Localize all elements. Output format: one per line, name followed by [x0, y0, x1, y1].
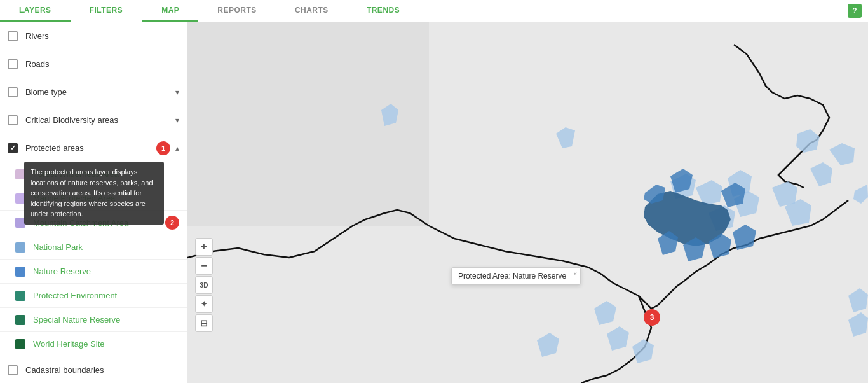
layer-item-marine-protected[interactable]: Marine Protected Area [0, 186, 187, 211]
popup-text: Protected Area: Nature Reserve [458, 272, 566, 281]
nav-help: ? [841, 0, 868, 22]
layer-item-critical-biodiversity[interactable]: Critical Biodiversity areas ▾ [0, 106, 187, 134]
view-3d-button[interactable]: 3D [195, 276, 213, 294]
zoom-in-button[interactable]: + [195, 238, 213, 256]
layer-item-roads[interactable]: Roads [0, 50, 187, 78]
sidebar-scroll[interactable]: Rivers Roads Biome type ▾ Critical Biodi… [0, 22, 187, 383]
tab-map[interactable]: MAP [142, 0, 198, 22]
layer-label-national-park: National Park [33, 242, 179, 252]
checkbox-rivers[interactable] [8, 31, 18, 41]
layer-label-special-nature: Special Nature Reserve [33, 315, 179, 324]
checkbox-critical-biodiversity[interactable] [8, 115, 18, 125]
zoom-out-button[interactable]: − [195, 257, 213, 275]
swatch-national-park [15, 242, 25, 253]
layer-label-forest-wilderness: Forest Wilderness Area [33, 169, 179, 179]
layer-label-critical-biodiversity: Critical Biodiversity areas [25, 115, 173, 125]
layer-item-national-park[interactable]: National Park [0, 235, 187, 260]
map-badge-3: 3 [644, 309, 660, 326]
map-svg [187, 22, 868, 383]
layer-item-protected-environment[interactable]: Protected Environment [0, 284, 187, 308]
map-area[interactable]: + − 3D ✦ ⊟ Protected Area: Nature Reserv… [187, 22, 868, 383]
layer-label-protected-areas: Protected areas [25, 143, 153, 153]
swatch-mountain-catchment [15, 218, 25, 228]
compass-icon[interactable]: ✦ [195, 295, 213, 313]
svg-rect-1 [187, 22, 429, 226]
layer-label-roads: Roads [25, 59, 179, 69]
checkbox-cadastral[interactable] [8, 365, 18, 375]
layer-label-world-heritage: World Heritage Site [33, 339, 179, 349]
layer-item-mountain-catchment[interactable]: Mountain Catchment Area 2 [0, 211, 187, 235]
tab-reports[interactable]: REPORTS [198, 0, 276, 22]
layer-item-protected-areas[interactable]: Protected areas 1 ▴ The protected areas … [0, 134, 187, 162]
popup-close-button[interactable]: × [573, 270, 577, 277]
sidebar: Rivers Roads Biome type ▾ Critical Biodi… [0, 22, 187, 383]
badge-mountain-catchment: 2 [165, 216, 179, 230]
tab-trends[interactable]: TRENDS [348, 0, 419, 22]
layer-item-special-nature[interactable]: Special Nature Reserve [0, 308, 187, 332]
badge-protected-areas: 1 [156, 141, 170, 155]
swatch-world-heritage [15, 339, 25, 349]
expand-icon-protected-areas[interactable]: ▴ [175, 144, 179, 153]
layer-item-biome-type[interactable]: Biome type ▾ [0, 78, 187, 106]
layer-item-forest-wilderness[interactable]: Forest Wilderness Area [0, 162, 187, 186]
swatch-nature-reserve [15, 267, 25, 277]
tab-layers[interactable]: LAYERS [0, 0, 71, 22]
swatch-forest-wilderness [15, 169, 25, 179]
map-controls: + − 3D ✦ ⊟ [195, 238, 213, 332]
swatch-marine-protected [15, 193, 25, 204]
swatch-special-nature [15, 315, 25, 325]
layer-label-marine-protected: Marine Protected Area [33, 193, 179, 203]
tab-filters[interactable]: FILTERS [71, 0, 142, 22]
layer-item-cadastral[interactable]: Cadastral boundaries [0, 356, 187, 383]
layer-label-mountain-catchment: Mountain Catchment Area [33, 218, 161, 228]
checkbox-roads[interactable] [8, 59, 18, 69]
tab-charts[interactable]: CHARTS [276, 0, 348, 22]
main-layout: Rivers Roads Biome type ▾ Critical Biodi… [0, 22, 868, 383]
help-icon[interactable]: ? [848, 4, 862, 18]
layer-label-rivers: Rivers [25, 31, 179, 41]
layer-label-biome-type: Biome type [25, 87, 173, 97]
print-button[interactable]: ⊟ [195, 314, 213, 332]
checkbox-protected-areas[interactable] [8, 143, 18, 153]
map-popup: Protected Area: Nature Reserve × [451, 267, 581, 285]
layer-item-nature-reserve[interactable]: Nature Reserve [0, 260, 187, 284]
layer-item-world-heritage[interactable]: World Heritage Site [0, 332, 187, 356]
layer-label-cadastral: Cadastral boundaries [25, 365, 179, 375]
swatch-protected-environment [15, 291, 25, 301]
layer-label-nature-reserve: Nature Reserve [33, 267, 179, 276]
checkbox-biome-type[interactable] [8, 87, 18, 97]
layer-item-rivers[interactable]: Rivers [0, 22, 187, 50]
layer-label-protected-environment: Protected Environment [33, 291, 179, 300]
expand-icon-biome-type[interactable]: ▾ [175, 88, 179, 97]
expand-icon-critical-biodiversity[interactable]: ▾ [175, 116, 179, 125]
top-navigation: LAYERS FILTERS MAP REPORTS CHARTS TRENDS… [0, 0, 868, 22]
